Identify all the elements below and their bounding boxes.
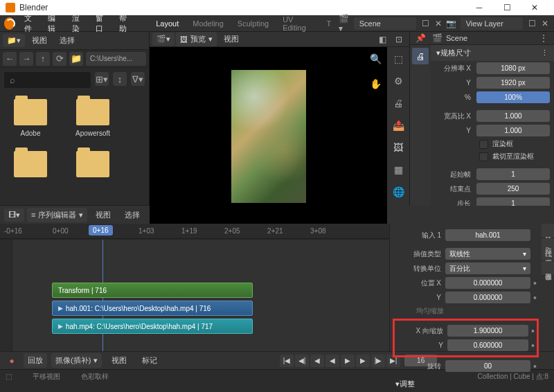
checkbox-border[interactable]: [479, 140, 488, 149]
editor-type-sequencer[interactable]: 🎞▾: [4, 208, 24, 222]
keyframe-prev-icon[interactable]: ◀|: [295, 355, 309, 367]
tool-image-icon[interactable]: 🖼: [391, 140, 406, 155]
playback-menu-mark[interactable]: 标记: [136, 353, 163, 368]
keyframe-dot-icon[interactable]: •: [530, 294, 536, 302]
seq-menu-select[interactable]: 选择: [119, 208, 145, 222]
pin-icon[interactable]: 📌: [413, 32, 427, 44]
browse-scene-icon[interactable]: 🎬▾: [339, 17, 350, 30]
scene-selector[interactable]: Scene: [354, 17, 416, 30]
field-res-y[interactable]: 1920 px: [476, 77, 550, 89]
checkbox-crop[interactable]: [479, 152, 488, 161]
nav-newfolder-icon[interactable]: 📁: [69, 52, 83, 66]
playback-mode[interactable]: 回放: [24, 353, 47, 368]
keyframe-dot-icon[interactable]: •: [528, 341, 534, 350]
overlay-toggle-icon[interactable]: ⊡: [392, 33, 406, 46]
folder-apowersoft[interactable]: Apowersoft: [72, 99, 114, 137]
nav-back-icon[interactable]: ←: [3, 52, 17, 66]
tool-world-icon[interactable]: 🌐: [391, 184, 406, 199]
field-interp[interactable]: 双线性▾: [445, 248, 530, 260]
field-scale-x[interactable]: 1.900000: [447, 325, 528, 337]
tool-render-icon[interactable]: 🖨: [391, 96, 406, 111]
play-reverse-icon[interactable]: ◀: [325, 355, 339, 367]
field-pos-y[interactable]: 0.000000: [445, 292, 530, 303]
field-scale-y[interactable]: 0.600000: [447, 339, 528, 351]
jump-start-icon[interactable]: |◀: [280, 355, 294, 367]
tool-settings-icon[interactable]: ⚙: [391, 73, 406, 89]
vtab-proxy[interactable]: 代理 & 缓存: [542, 238, 554, 261]
timeline-ruler[interactable]: -0+16 0+00 0+16 1+03 1+19 2+05 2+21 3+08: [0, 224, 389, 239]
workspace-tab-sculpting[interactable]: Sculpting: [231, 17, 276, 30]
viewlayer-icon[interactable]: 📷: [445, 17, 457, 30]
workspace-tab-more[interactable]: T: [319, 17, 338, 30]
field-rot[interactable]: 00: [445, 360, 530, 372]
folder-adobe[interactable]: Adobe: [10, 99, 51, 137]
field-input[interactable]: hah.001: [445, 229, 530, 241]
vtab-modifier[interactable]: 修改器: [542, 261, 554, 276]
tab-output-icon[interactable]: 🖨: [412, 48, 429, 64]
keyframe-dot-icon[interactable]: •: [528, 327, 534, 335]
record-icon[interactable]: ●: [5, 355, 19, 367]
field-end[interactable]: 250: [476, 183, 550, 195]
options-icon[interactable]: ⋮: [537, 32, 551, 44]
sequencer-mode[interactable]: ≡ 序列编辑器 ▾: [27, 208, 87, 222]
display-mode-icon[interactable]: ⊞▾: [95, 72, 109, 86]
field-pos-x[interactable]: 0.000000: [445, 277, 530, 289]
hand-icon[interactable]: ✋: [368, 76, 383, 91]
playback-snap[interactable]: 抓像(插补) ▾: [51, 353, 102, 368]
workspace-tab-uv[interactable]: UV Editing: [276, 12, 319, 35]
keyframe-dot-icon[interactable]: •: [530, 362, 536, 371]
strip-movie-1[interactable]: ▶hah.001: C:\Users\hero\Desktop\hah.mp4 …: [52, 301, 253, 316]
viewlayer-delete-icon[interactable]: ✕: [539, 17, 551, 30]
scene-delete-icon[interactable]: ✕: [432, 17, 444, 30]
viewlayer-new-icon[interactable]: ☐: [526, 17, 538, 30]
fb-menu-select[interactable]: 选择: [54, 33, 80, 48]
strip-transform[interactable]: Transform | 716: [52, 283, 253, 298]
playback-menu-view[interactable]: 视图: [106, 353, 132, 368]
seq-menu-view[interactable]: 视图: [90, 208, 116, 222]
preview-viewport[interactable]: 🔍 ✋: [150, 47, 387, 226]
sort-icon[interactable]: ↕: [113, 72, 127, 86]
workspace-tab-layout[interactable]: Layout: [149, 17, 186, 30]
timeline-tracks[interactable]: Transform | 716 ▶hah.001: C:\Users\hero\…: [0, 239, 389, 351]
minimize-button[interactable]: ─: [465, 0, 493, 15]
step-fwd-icon[interactable]: ▶: [356, 355, 370, 367]
nav-forward-icon[interactable]: →: [19, 52, 33, 66]
fb-menu-view[interactable]: 视图: [26, 33, 53, 48]
panel-dimensions[interactable]: ▾ 规格尺寸⋮: [431, 45, 554, 61]
field-unit[interactable]: 百分比▾: [445, 262, 530, 274]
close-button[interactable]: ✕: [521, 0, 548, 15]
editor-type-filebrowser[interactable]: 📁▾: [3, 34, 25, 47]
panel-adjust[interactable]: ▾ 调整: [394, 376, 537, 392]
nav-up-icon[interactable]: ↑: [36, 52, 50, 66]
keyframe-next-icon[interactable]: |▶: [371, 355, 385, 367]
play-icon[interactable]: ▶: [341, 355, 355, 367]
tool-scene-icon[interactable]: ▦: [391, 162, 406, 177]
field-start[interactable]: 1: [476, 168, 550, 180]
keyframe-dot-icon[interactable]: •: [530, 279, 536, 287]
folder-item[interactable]: [72, 151, 114, 181]
search-input[interactable]: ⌕: [4, 72, 91, 88]
magnify-icon[interactable]: 🔍: [368, 51, 383, 66]
step-back-icon[interactable]: ◀: [310, 355, 324, 367]
playhead-indicator[interactable]: 0+16: [89, 225, 113, 235]
field-pct[interactable]: 100%: [476, 91, 550, 103]
vtab-strip[interactable]: 片段: [542, 224, 554, 238]
tool-output-icon[interactable]: 📤: [391, 118, 406, 133]
preview-mode-selector[interactable]: 🖼 预览▾: [176, 32, 217, 46]
workspace-tab-modeling[interactable]: Modeling: [186, 17, 231, 30]
field-res-x[interactable]: 1080 px: [476, 62, 550, 74]
path-field[interactable]: C:\Users\he...: [86, 52, 146, 66]
channels-icon[interactable]: ◧: [375, 33, 389, 46]
blender-logo-icon[interactable]: [4, 17, 15, 30]
editor-type-preview[interactable]: 🎬▾: [152, 33, 175, 46]
scene-new-icon[interactable]: ☐: [420, 17, 431, 30]
field-aspect-x[interactable]: 1.000: [476, 110, 550, 122]
maximize-button[interactable]: ☐: [493, 0, 521, 15]
tool-sample-icon[interactable]: ⬚: [391, 51, 406, 66]
preview-menu-view[interactable]: 视图: [218, 32, 244, 46]
field-aspect-y[interactable]: 1.000: [476, 125, 550, 136]
filter-icon[interactable]: ∇▾: [131, 72, 145, 86]
folder-item[interactable]: [10, 151, 51, 181]
strip-movie-2[interactable]: ▶hah.mp4: C:\Users\hero\Desktop\hah.mp4 …: [52, 319, 253, 334]
viewlayer-selector[interactable]: View Layer: [461, 17, 523, 30]
